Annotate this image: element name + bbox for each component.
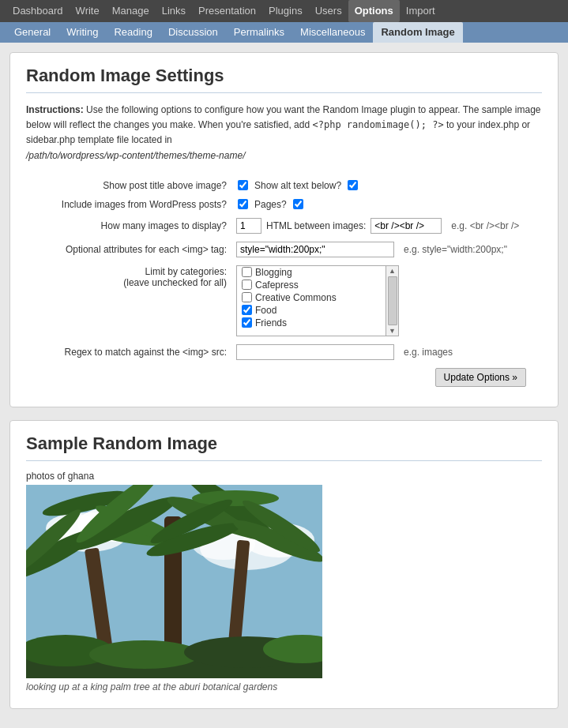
nav-options[interactable]: Options xyxy=(348,0,400,22)
show-alt-label: Show alt text below? xyxy=(254,180,341,191)
nav-links[interactable]: Links xyxy=(156,0,192,22)
cat-friends-label: Friends xyxy=(255,317,287,328)
subnav-random-image[interactable]: Random Image xyxy=(373,22,462,43)
regex-label: Regex to match against the <img> src: xyxy=(65,347,227,358)
cat-food-label: Food xyxy=(255,305,276,316)
cat-cafepress-label: Cafepress xyxy=(255,280,299,291)
cat-blogging-label: Blogging xyxy=(255,267,292,278)
sample-image xyxy=(26,485,322,678)
html-between-label: HTML between images: xyxy=(266,220,366,231)
include-images-label: Include images from WordPress posts? xyxy=(62,199,227,210)
cat-friends-checkbox[interactable] xyxy=(242,317,252,328)
svg-point-29 xyxy=(89,640,200,669)
cat-creative-commons-label: Creative Commons xyxy=(255,292,337,303)
nav-dashboard[interactable]: Dashboard xyxy=(6,0,70,22)
svg-point-24 xyxy=(192,490,279,506)
subnav-permalinks[interactable]: Permalinks xyxy=(226,22,292,43)
pages-checkbox[interactable] xyxy=(293,199,303,209)
sub-nav: General Writing Reading Discussion Perma… xyxy=(0,22,568,43)
subnav-discussion[interactable]: Discussion xyxy=(160,22,226,43)
html-between-input[interactable] xyxy=(371,218,442,234)
category-blogging: Blogging xyxy=(237,266,386,279)
html-between-example: e.g. <br /><br /> xyxy=(451,220,519,231)
instructions-bold: Instructions: xyxy=(26,104,84,115)
row-show-title: Show post title above image? Show alt te… xyxy=(26,176,542,195)
regex-example: e.g. images xyxy=(404,347,453,358)
cat-blogging-checkbox[interactable] xyxy=(242,267,252,277)
cat-food-checkbox[interactable] xyxy=(242,305,252,315)
how-many-label: How many images to display? xyxy=(101,220,227,231)
show-alt-checkbox[interactable] xyxy=(348,180,358,190)
row-regex: Regex to match against the <img> src: e.… xyxy=(26,340,542,364)
nav-users[interactable]: Users xyxy=(309,0,348,22)
image-caption: looking up at a king palm tree at the ab… xyxy=(26,681,542,692)
sample-panel: Sample Random Image photos of ghana xyxy=(9,420,559,709)
settings-panel: Random Image Settings Instructions: Use … xyxy=(9,52,559,407)
update-row: Update Options » xyxy=(26,364,542,391)
row-optional-attrs: Optional attributes for each <img> tag: … xyxy=(26,238,542,261)
nav-presentation[interactable]: Presentation xyxy=(192,0,262,22)
include-posts-checkbox[interactable] xyxy=(238,199,248,209)
row-include-images: Include images from WordPress posts? Pag… xyxy=(26,195,542,214)
nav-write[interactable]: Write xyxy=(70,0,106,22)
category-friends: Friends xyxy=(237,317,386,329)
main-content: Random Image Settings Instructions: Use … xyxy=(0,43,568,728)
row-how-many: How many images to display? HTML between… xyxy=(26,214,542,238)
cat-creative-commons-checkbox[interactable] xyxy=(242,292,252,302)
subnav-miscellaneous[interactable]: Miscellaneous xyxy=(292,22,373,43)
category-creative-commons: Creative Commons xyxy=(237,291,386,304)
categories-listbox[interactable]: Blogging Cafepress Creative Commons xyxy=(236,265,386,336)
settings-title: Random Image Settings xyxy=(26,66,542,93)
how-many-input[interactable] xyxy=(236,218,261,234)
optional-attrs-input[interactable] xyxy=(236,242,394,257)
subnav-general[interactable]: General xyxy=(6,22,58,43)
subnav-reading[interactable]: Reading xyxy=(106,22,160,43)
palm-tree-svg xyxy=(26,485,322,678)
show-title-label: Show post title above image? xyxy=(103,180,227,191)
photo-title: photos of ghana xyxy=(26,471,542,482)
categories-sublabel: (leave unchecked for all) xyxy=(123,277,227,288)
categories-label: Limit by categories: xyxy=(145,266,227,277)
update-options-button[interactable]: Update Options » xyxy=(435,368,526,387)
settings-form: Show post title above image? Show alt te… xyxy=(26,176,542,391)
regex-input[interactable] xyxy=(236,344,394,360)
optional-attrs-label: Optional attributes for each <img> tag: xyxy=(66,244,227,255)
top-nav: Dashboard Write Manage Links Presentatio… xyxy=(0,0,568,22)
pages-label: Pages? xyxy=(254,199,287,210)
subnav-writing[interactable]: Writing xyxy=(58,22,106,43)
optional-attrs-example: e.g. style="width:200px;" xyxy=(404,244,507,255)
nav-import[interactable]: Import xyxy=(400,0,442,22)
category-food: Food xyxy=(237,304,386,317)
row-categories: Limit by categories: (leave unchecked fo… xyxy=(26,261,542,340)
cat-cafepress-checkbox[interactable] xyxy=(242,280,252,290)
nav-plugins[interactable]: Plugins xyxy=(262,0,309,22)
listbox-scrollbar[interactable]: ▲ ▼ xyxy=(386,265,399,336)
category-cafepress: Cafepress xyxy=(237,279,386,291)
sample-title: Sample Random Image xyxy=(26,433,542,461)
instructions-path: /path/to/wordpress/wp-content/themes/the… xyxy=(26,150,245,161)
instructions-code: <?php randomimage(); ?> xyxy=(312,119,443,130)
nav-manage[interactable]: Manage xyxy=(106,0,156,22)
show-title-checkbox[interactable] xyxy=(238,180,248,190)
instructions-text: Instructions: Use the following options … xyxy=(26,103,542,163)
